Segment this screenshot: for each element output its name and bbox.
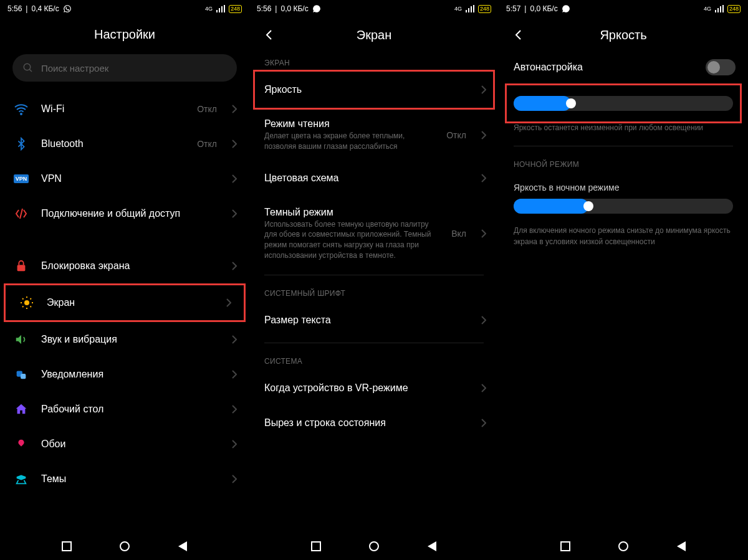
svg-line-13 [22,298,24,300]
settings-item-wallpaper[interactable]: Обои [0,427,249,462]
svg-rect-28 [717,8,719,12]
status-network: 4G [454,6,462,12]
svg-point-4 [24,64,31,70]
svg-point-8 [24,300,29,305]
row-label: Экран [47,297,215,308]
display-item-notch[interactable]: Вырез и строка состояния [249,406,499,440]
section-label: НОЧНОЙ РЕЖИМ [499,151,748,174]
themes-icon [12,470,30,488]
nav-back-button[interactable] [176,539,189,553]
search-input[interactable]: Поиск настроек [12,54,237,82]
section-label: СИСТЕМНЫЙ ШРИФТ [249,280,499,303]
nav-back-button[interactable] [425,539,439,553]
settings-item-bluetooth[interactable]: Bluetooth Откл [0,126,249,161]
nav-recent-button[interactable] [559,539,572,553]
lock-icon [12,257,30,275]
display-item-color-scheme[interactable]: Цветовая схема [249,161,499,196]
chevron-right-icon [232,440,237,448]
display-item-vr[interactable]: Когда устройство в VR-режиме [249,371,499,406]
svg-point-20 [120,542,129,551]
display-screen: 5:56 | 0,0 КБ/с 4G 248 Экран ЭКРАН Яркос… [249,0,499,560]
battery-icon: 248 [229,5,242,13]
row-value: Откл [197,104,217,114]
status-time: 5:56 [7,4,22,13]
settings-item-display[interactable]: Экран [4,283,246,322]
row-value: Откл [197,139,217,149]
chevron-right-icon [232,105,237,113]
settings-item-sound[interactable]: Звук и вибрация [0,322,249,357]
nav-home-button[interactable] [616,539,630,553]
svg-point-32 [619,542,628,551]
settings-item-themes[interactable]: Темы [0,462,249,496]
header: Экран [249,17,499,50]
nav-recent-button[interactable] [309,539,323,553]
svg-rect-31 [561,542,570,551]
status-time: 5:56 [257,4,271,13]
wifi-icon [12,100,30,118]
chevron-right-icon [232,335,237,344]
brightness-slider[interactable] [514,96,733,111]
row-label: Темы [41,473,221,485]
row-label: Яркость [264,84,470,95]
svg-rect-22 [468,8,469,12]
share-icon [12,205,30,222]
status-bar: 5:56 | 0,0 КБ/с 4G 248 [249,0,499,17]
svg-rect-7 [17,265,26,271]
display-item-reading[interactable]: Режим чтения Делает цвета на экране боле… [249,107,499,161]
row-label: Блокировка экрана [41,260,221,272]
settings-item-tethering[interactable]: Подключение и общий доступ [0,196,249,231]
settings-item-notifications[interactable]: Уведомления [0,357,249,392]
section-label: ЭКРАН [249,50,499,72]
chevron-right-icon [232,140,237,148]
display-item-brightness[interactable]: Яркость [249,72,499,107]
chevron-right-icon [481,85,486,94]
row-label: Цветовая схема [264,173,470,184]
chevron-right-icon [481,174,486,183]
settings-item-home[interactable]: Рабочий стол [0,392,249,427]
svg-line-15 [22,306,24,308]
svg-line-5 [29,69,32,72]
chevron-right-icon [481,131,486,140]
nav-back-button[interactable] [674,539,688,553]
settings-item-wifi[interactable]: Wi-Fi Откл [0,92,249,126]
svg-rect-23 [471,6,472,12]
nav-recent-button[interactable] [60,539,74,553]
night-brightness-slider[interactable] [514,199,733,214]
whatsapp-icon [562,4,570,13]
chevron-right-icon [232,475,237,483]
settings-item-lockscreen[interactable]: Блокировка экрана [0,249,249,283]
svg-rect-30 [722,5,724,12]
nav-home-button[interactable] [367,539,381,553]
chevron-right-icon [226,298,231,307]
svg-rect-24 [473,5,474,12]
row-label: Вырез и строка состояния [264,417,470,429]
row-value: Вкл [451,229,466,239]
auto-brightness-toggle[interactable] [706,59,736,75]
row-label: Подключение и общий доступ [41,208,221,219]
section-label: СИСТЕМА [249,348,499,371]
row-label: Обои [41,439,221,450]
brightness-item-auto[interactable]: Автонастройка [499,50,748,85]
status-bar: 5:57 | 0,0 КБ/с 4G 248 [499,0,748,17]
chevron-right-icon [481,229,486,238]
night-brightness-label-row: Яркость в ночном режиме [499,174,748,196]
nav-bar [499,533,748,560]
svg-point-6 [21,113,22,115]
nav-home-button[interactable] [118,539,132,553]
svg-line-16 [31,298,32,300]
svg-rect-29 [720,6,721,12]
svg-rect-27 [715,10,716,12]
display-item-dark-mode[interactable]: Темный режим Использовать более темную ц… [249,196,499,270]
home-icon [12,401,30,418]
display-item-text-size[interactable]: Размер текста [249,303,499,338]
settings-item-vpn[interactable]: VPN VPN [0,161,249,196]
back-button[interactable] [262,27,277,42]
sound-icon [12,331,30,348]
svg-rect-25 [312,542,320,551]
brightness-screen: 5:57 | 0,0 КБ/с 4G 248 Яркость Автонастр… [499,0,748,560]
back-button[interactable] [511,27,526,42]
status-bar: 5:56 | 0,4 КБ/с 4G 248 [0,0,249,17]
svg-rect-0 [216,10,218,12]
chevron-right-icon [232,209,237,218]
nav-bar [249,533,499,560]
